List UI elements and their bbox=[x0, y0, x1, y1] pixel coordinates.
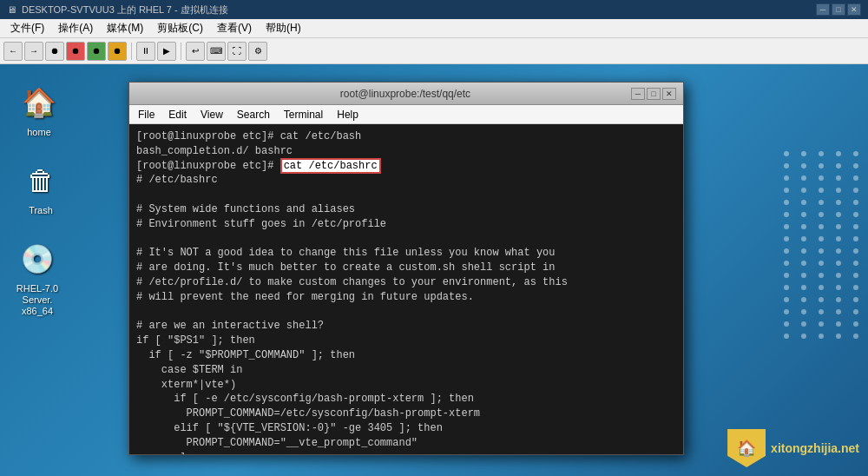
toolbar-play[interactable]: ▶ bbox=[157, 42, 176, 61]
line-14: # are we an interactive shell? bbox=[136, 319, 676, 334]
line-19: if [ -e /etc/sysconfig/bash-prompt-xterm… bbox=[136, 392, 676, 407]
line-12: # will prevent the need for merging in f… bbox=[136, 290, 676, 305]
menu-media[interactable]: 媒体(M) bbox=[100, 19, 150, 37]
menu-file[interactable]: 文件(F) bbox=[3, 19, 51, 37]
menu-clipboard[interactable]: 剪贴板(C) bbox=[150, 19, 210, 37]
minimize-button[interactable]: ─ bbox=[816, 3, 830, 16]
trash-label: Trash bbox=[29, 205, 53, 216]
line-4: # /etc/bashrc bbox=[136, 173, 676, 188]
line-10: # are doing. It's much better to create … bbox=[136, 261, 676, 275]
windows-menubar: 文件(F) 操作(A) 媒体(M) 剪贴板(C) 查看(V) 帮助(H) bbox=[0, 19, 868, 38]
line-2: bash_completion.d/ bashrc bbox=[136, 144, 676, 159]
desktop: 🏠 home 🗑 Trash 💿 RHEL-7.0 Server. x86_64 bbox=[0, 64, 868, 476]
line-11: # /etc/profile.d/ to make custom changes… bbox=[136, 275, 676, 290]
menu-action[interactable]: 操作(A) bbox=[51, 19, 100, 37]
watermark-logo-icon: 🏠 bbox=[727, 429, 766, 467]
decorative-dots bbox=[784, 151, 864, 339]
toolbar-pause[interactable]: ⏸ bbox=[136, 42, 155, 61]
terminal-close[interactable]: ✕ bbox=[662, 88, 676, 100]
windows-toolbar: ← → ⏺ ⏺ ⏺ ⏺ ⏸ ▶ ↩ ⌨ ⛶ ⚙ bbox=[0, 38, 868, 64]
term-menu-help[interactable]: Help bbox=[332, 107, 364, 122]
term-menu-terminal[interactable]: Terminal bbox=[279, 107, 328, 122]
line-20: PROMPT_COMMAND=/etc/sysconfig/bash-promp… bbox=[136, 407, 676, 421]
menu-help[interactable]: 帮助(H) bbox=[259, 19, 308, 37]
terminal-title: root@linuxprobe:/test/qq/etc bbox=[180, 88, 631, 100]
line-18: xterm*|vte*) bbox=[136, 378, 676, 393]
watermark-site: xitongzhijia.net bbox=[771, 441, 859, 455]
toolbar-btn1[interactable]: ⏺ bbox=[45, 42, 64, 61]
desktop-icon-trash[interactable]: 🗑 Trash bbox=[10, 160, 71, 216]
line-13 bbox=[136, 305, 676, 320]
toolbar-btn4[interactable]: ⏺ bbox=[108, 42, 127, 61]
term-menu-edit[interactable]: Edit bbox=[163, 107, 192, 122]
vm-icon: 🖥 bbox=[7, 4, 16, 15]
dvd-icon: 💿 bbox=[16, 238, 58, 280]
term-menu-search[interactable]: Search bbox=[232, 107, 275, 122]
terminal-window: root@linuxprobe:/test/qq/etc ─ □ ✕ File … bbox=[128, 82, 684, 455]
terminal-content[interactable]: [root@linuxprobe etc]# cat /etc/bash bas… bbox=[129, 124, 683, 454]
desktop-icon-home[interactable]: 🏠 home bbox=[9, 82, 69, 138]
toolbar-settings[interactable]: ⚙ bbox=[248, 42, 267, 61]
home-icon: 🏠 bbox=[18, 82, 60, 123]
line-16: if [ -z "$PROMPT_COMMAND" ]; then bbox=[136, 348, 676, 363]
line-9: # It's NOT a good idea to change this fi… bbox=[136, 246, 676, 261]
line-5 bbox=[136, 188, 676, 202]
toolbar-btn3[interactable]: ⏺ bbox=[87, 42, 106, 61]
line-22: PROMPT_COMMAND="__vte_prompt_command" bbox=[136, 436, 676, 451]
terminal-menubar: File Edit View Search Terminal Help bbox=[129, 105, 683, 124]
toolbar-btn2[interactable]: ⏺ bbox=[66, 42, 85, 61]
toolbar-back[interactable]: ← bbox=[3, 42, 23, 61]
titlebar-controls[interactable]: ─ □ ✕ bbox=[816, 3, 861, 16]
term-menu-file[interactable]: File bbox=[133, 107, 160, 122]
titlebar-left: 🖥 DESKTOP-SVTVUU3 上的 RHEL 7 - 虚拟机连接 bbox=[7, 3, 228, 17]
line-21: elif [ "${VTE_VERSION:-0}" -ge 3405 ]; t… bbox=[136, 421, 676, 436]
line-1: [root@linuxprobe etc]# cat /etc/bash bbox=[136, 129, 676, 144]
toolbar-fullscreen[interactable]: ⛶ bbox=[227, 42, 247, 61]
term-menu-view[interactable]: View bbox=[195, 107, 228, 122]
terminal-minimize[interactable]: ─ bbox=[631, 88, 645, 100]
windows-titlebar: 🖥 DESKTOP-SVTVUU3 上的 RHEL 7 - 虚拟机连接 ─ □ … bbox=[0, 0, 868, 19]
trash-icon: 🗑 bbox=[20, 160, 62, 202]
watermark: 🏠 xitongzhijia.net bbox=[727, 429, 859, 467]
titlebar-title: DESKTOP-SVTVUU3 上的 RHEL 7 - 虚拟机连接 bbox=[22, 3, 228, 17]
line-23: else bbox=[136, 451, 676, 454]
line-15: if [ "$PS1" ]; then bbox=[136, 334, 676, 348]
terminal-maximize[interactable]: □ bbox=[647, 88, 661, 100]
toolbar-ctrl[interactable]: ⌨ bbox=[207, 42, 226, 61]
home-label: home bbox=[27, 127, 51, 138]
close-button[interactable]: ✕ bbox=[847, 3, 861, 16]
highlighted-command: cat /etc/bashrc bbox=[280, 158, 381, 174]
line-6: # System wide functions and aliases bbox=[136, 202, 676, 217]
toolbar-send[interactable]: ↩ bbox=[186, 42, 205, 61]
maximize-button[interactable]: □ bbox=[832, 3, 845, 16]
line-17: case $TERM in bbox=[136, 363, 676, 378]
dvd-label: RHEL-7.0 Server. x86_64 bbox=[7, 283, 68, 318]
terminal-titlebar: root@linuxprobe:/test/qq/etc ─ □ ✕ bbox=[129, 83, 683, 105]
toolbar-forward[interactable]: → bbox=[24, 42, 43, 61]
line-7: # Environment stuff goes in /etc/profile bbox=[136, 217, 676, 232]
toolbar-separator2 bbox=[181, 43, 181, 60]
terminal-controls[interactable]: ─ □ ✕ bbox=[631, 88, 676, 100]
line-3: [root@linuxprobe etc]# cat /etc/bashrc bbox=[136, 159, 676, 174]
toolbar-separator bbox=[131, 43, 132, 60]
line-8 bbox=[136, 232, 676, 247]
menu-view[interactable]: 查看(V) bbox=[210, 19, 259, 37]
desktop-icon-dvd[interactable]: 💿 RHEL-7.0 Server. x86_64 bbox=[7, 238, 68, 318]
